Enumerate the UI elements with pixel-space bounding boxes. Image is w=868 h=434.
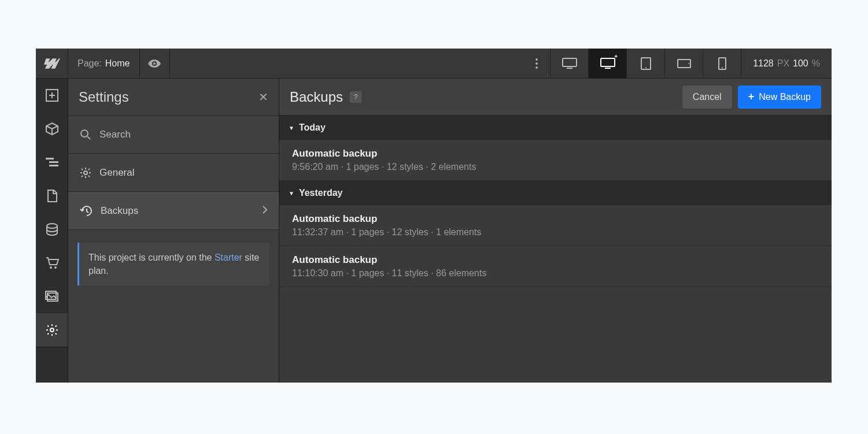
plus-icon: + <box>748 91 755 103</box>
breakpoint-mobile-landscape-icon[interactable] <box>665 49 703 79</box>
backup-meta: 9:56:20 am · 1 pages · 12 styles · 2 ele… <box>292 162 819 172</box>
notice-container: This project is currently on the Starter… <box>68 230 279 298</box>
search-icon <box>80 129 91 140</box>
svg-point-10 <box>688 63 689 64</box>
canvas-size-info: 1128 PX 100 % <box>741 58 832 69</box>
star-icon: ✦ <box>614 53 618 60</box>
svg-rect-16 <box>49 165 58 166</box>
pages-icon[interactable] <box>36 179 68 213</box>
canvas-zoom-unit: % <box>812 58 820 69</box>
navigator-icon[interactable] <box>36 146 68 179</box>
cms-icon[interactable] <box>36 213 68 246</box>
page-selector[interactable]: Page: Home <box>68 49 140 79</box>
breakpoint-desktop-icon[interactable] <box>551 49 589 79</box>
svg-rect-5 <box>601 58 615 66</box>
page-title: Backups <box>290 89 343 105</box>
cancel-button[interactable]: Cancel <box>682 86 732 109</box>
assets-icon[interactable] <box>36 280 68 313</box>
search-placeholder: Search <box>99 129 131 140</box>
settings-panel-header: Settings ✕ <box>68 79 279 116</box>
svg-point-8 <box>645 67 647 68</box>
help-icon[interactable]: ? <box>350 91 361 103</box>
settings-search[interactable]: Search <box>68 116 279 154</box>
canvas-width: 1128 <box>753 58 774 69</box>
svg-point-17 <box>47 224 57 228</box>
svg-point-12 <box>722 67 723 68</box>
page-label-text: Page: <box>77 58 102 69</box>
top-bar: Page: Home ✦ <box>36 49 832 79</box>
svg-point-22 <box>50 328 54 332</box>
svg-rect-3 <box>563 58 577 66</box>
backup-row[interactable]: Automatic backup 11:32:37 am · 1 pages ·… <box>279 205 832 246</box>
breakpoint-tablet-icon[interactable] <box>627 49 665 79</box>
main-header: Backups ? Cancel +New Backup <box>279 79 832 116</box>
webflow-logo[interactable] <box>36 49 68 79</box>
settings-item-label: Backups <box>101 205 138 217</box>
main-panel: Backups ? Cancel +New Backup ▼ Today Aut… <box>279 79 832 383</box>
svg-point-19 <box>54 266 57 269</box>
settings-item-label: General <box>99 167 134 179</box>
svg-point-0 <box>535 58 538 61</box>
settings-title: Settings <box>79 89 129 105</box>
backup-title: Automatic backup <box>292 213 819 225</box>
components-icon[interactable] <box>36 112 68 146</box>
backup-group-header[interactable]: ▼ Yesterday <box>279 181 832 205</box>
canvas-zoom: 100 <box>793 58 808 69</box>
svg-point-2 <box>535 66 538 69</box>
group-label: Today <box>299 123 326 133</box>
svg-point-23 <box>81 130 88 137</box>
close-icon[interactable]: ✕ <box>258 90 268 104</box>
backup-row[interactable]: Automatic backup 11:10:30 am · 1 pages ·… <box>279 246 832 287</box>
svg-point-18 <box>50 266 52 269</box>
preview-button[interactable] <box>140 49 170 79</box>
page-name: Home <box>105 58 130 69</box>
canvas-width-unit: PX <box>777 58 789 69</box>
breakpoint-group: ✦ <box>551 49 741 79</box>
chevron-down-icon: ▼ <box>289 125 294 131</box>
notice-plan-link[interactable]: Starter <box>215 253 242 262</box>
backup-meta: 11:10:30 am · 1 pages · 11 styles · 86 e… <box>292 268 819 279</box>
svg-rect-4 <box>567 68 572 69</box>
settings-item-general[interactable]: General <box>68 154 279 192</box>
new-backup-label: New Backup <box>759 92 811 102</box>
svg-rect-14 <box>46 158 54 159</box>
backup-meta: 11:32:37 am · 1 pages · 12 styles · 1 el… <box>292 227 819 238</box>
left-rail <box>36 79 68 383</box>
rail-separator <box>36 347 68 380</box>
app-window: Page: Home ✦ <box>36 49 832 383</box>
plan-notice: This project is currently on the Starter… <box>77 243 269 285</box>
svg-rect-15 <box>49 161 58 163</box>
add-element-icon[interactable] <box>36 79 68 112</box>
breakpoint-mobile-portrait-icon[interactable] <box>703 49 741 79</box>
svg-point-1 <box>535 62 538 65</box>
svg-rect-6 <box>605 68 611 69</box>
ecommerce-icon[interactable] <box>36 246 68 280</box>
backup-title: Automatic backup <box>292 254 819 266</box>
chevron-down-icon: ▼ <box>289 190 294 196</box>
settings-item-backups[interactable]: Backups <box>68 192 279 230</box>
more-menu[interactable] <box>523 49 551 79</box>
gear-icon <box>80 167 91 179</box>
restore-icon <box>80 205 93 217</box>
chevron-right-icon <box>263 205 267 217</box>
app-body: Settings ✕ Search General Backups Thi <box>36 79 832 383</box>
settings-panel: Settings ✕ Search General Backups Thi <box>68 79 279 383</box>
notice-text-pre: This project is currently on the <box>88 253 215 262</box>
breakpoint-desktop-large-icon[interactable]: ✦ <box>589 49 627 79</box>
settings-icon[interactable] <box>36 313 68 347</box>
cancel-label: Cancel <box>693 92 722 102</box>
backup-row[interactable]: Automatic backup 9:56:20 am · 1 pages · … <box>279 140 832 181</box>
backup-group-header[interactable]: ▼ Today <box>279 116 832 140</box>
group-label: Yesterday <box>299 188 343 198</box>
new-backup-button[interactable]: +New Backup <box>738 86 821 109</box>
backup-title: Automatic backup <box>292 148 819 159</box>
svg-point-24 <box>84 171 87 175</box>
